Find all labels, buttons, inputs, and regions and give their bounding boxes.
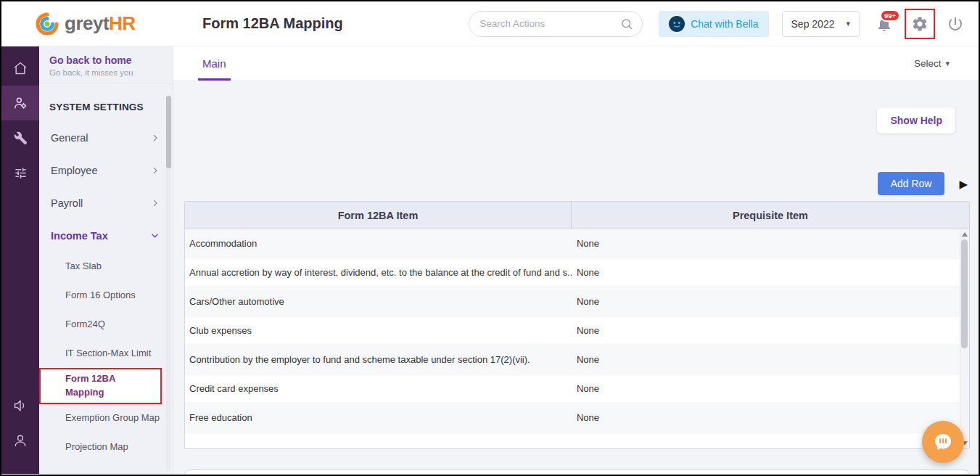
cell-prequisite-item: None [572, 345, 969, 374]
sidebar-item-label: Employee [51, 165, 97, 176]
add-row-button[interactable]: Add Row [878, 172, 945, 195]
search-input[interactable] [478, 17, 620, 30]
table-row[interactable]: Free educationNone [185, 403, 969, 432]
tab-bar: Main Select ▾ [173, 46, 979, 81]
settings-gear-button[interactable] [908, 12, 931, 36]
logout-power-button[interactable] [944, 12, 967, 36]
sidebar-subitem-it-section-max-limit[interactable]: IT Section-Max Limit [39, 339, 173, 368]
mapping-table: Form 12BA Item Prequisite Item Accommoda… [184, 201, 970, 449]
scroll-up-icon[interactable] [962, 232, 968, 237]
cell-form-12ba-item: Club expenses [185, 316, 572, 345]
cell-form-12ba-item: Annual accretion by way of interest, div… [185, 258, 572, 287]
gear-icon [911, 15, 928, 33]
table-row[interactable]: AccommodationNone [185, 229, 969, 258]
cell-prequisite-item: None [572, 258, 969, 287]
sidebar-submenu: Tax SlabForm 16 OptionsForm24QIT Section… [39, 252, 173, 462]
chevron-down-icon: ▾ [846, 19, 850, 28]
go-back-home-link[interactable]: Go back to home Go back, it misses you [39, 46, 173, 84]
cell-prequisite-item: None [572, 316, 969, 345]
power-icon [947, 15, 964, 33]
page-title: Form 12BA Mapping [202, 15, 343, 32]
brand-logo[interactable]: greytHR [1, 12, 173, 36]
sidebar-scrollbar-thumb[interactable] [166, 96, 171, 168]
cell-prequisite-item: None [572, 229, 969, 258]
chevron-right-icon [151, 166, 160, 175]
next-section-card [184, 469, 970, 474]
select-dropdown[interactable]: Select ▾ [914, 58, 950, 69]
table-row[interactable]: Club expensesNone [185, 316, 969, 345]
logo-text-hr: HR [109, 12, 136, 34]
sidebar-subitem-form-16-options[interactable]: Form 16 Options [39, 281, 173, 310]
rail-controls-button[interactable] [1, 155, 39, 190]
cell-form-12ba-item: Accommodation [185, 229, 572, 258]
table-body: AccommodationNoneAnnual accretion by way… [185, 229, 969, 448]
column-header-prequisite-item: Prequisite Item [572, 202, 969, 229]
logo-swirl-icon [35, 12, 59, 36]
sidebar-item-payroll[interactable]: Payroll [39, 186, 173, 219]
settings-sidebar: Go back to home Go back, it misses you S… [39, 46, 173, 474]
go-back-title: Go back to home [49, 54, 162, 66]
payroll-month-selector[interactable]: Sep 2022 ▾ [782, 11, 860, 37]
chevron-right-icon [151, 199, 160, 208]
sidebar-item-general[interactable]: General [39, 121, 173, 154]
sidebar-item-income-tax[interactable]: Income Tax [39, 219, 173, 252]
sidebar-subitem-form-12ba-mapping[interactable]: Form 12BA Mapping [39, 368, 162, 404]
body-row: Go back to home Go back, it misses you S… [1, 46, 979, 474]
nav-rail [1, 46, 39, 474]
sidebar-subitem-exemption-group-map[interactable]: Exemption Group Map [39, 404, 173, 433]
play-arrow-icon[interactable]: ▶ [959, 178, 968, 189]
rail-settings-button[interactable] [1, 120, 39, 155]
cell-form-12ba-item: Cars/Other automotive [185, 287, 572, 316]
sidebar-subitem-tax-slab[interactable]: Tax Slab [39, 252, 173, 281]
cell-prequisite-item: None [572, 287, 969, 316]
notification-badge: 99+ [880, 9, 900, 22]
top-bar: greytHR Form 12BA Mapping Chat with Bell… [1, 1, 979, 46]
sidebar-subitem-projection-map[interactable]: Projection Map [39, 433, 173, 462]
bella-avatar [669, 16, 685, 32]
notifications-button[interactable]: 99+ [876, 15, 893, 33]
search-icon [620, 17, 633, 30]
chat-label: Chat with Bella [691, 18, 758, 30]
sidebar-scrollbar[interactable] [166, 94, 171, 471]
sidebar-subitem-form24q[interactable]: Form24Q [39, 310, 173, 339]
table-row[interactable]: Contribution by the employer to fund and… [185, 345, 969, 374]
speaker-icon [13, 398, 28, 413]
chat-bubble-icon [933, 432, 953, 452]
table-scrollbar-thumb[interactable] [961, 239, 968, 348]
table-row[interactable]: Credit card expensesNone [185, 374, 969, 403]
rail-admin-button[interactable] [1, 86, 39, 120]
intercom-chat-button[interactable] [922, 421, 964, 463]
chat-with-bella-button[interactable]: Chat with Bella [659, 11, 768, 37]
sidebar-item-label: Income Tax [51, 230, 108, 242]
table-header-row: Form 12BA Item Prequisite Item [185, 202, 969, 229]
main-area: Main Select ▾ Show Help Add Row ▶ Form [173, 46, 979, 474]
show-help-button[interactable]: Show Help [877, 107, 955, 134]
cell-form-12ba-item: Free education [185, 403, 572, 432]
cell-form-12ba-item: Credit card expenses [185, 374, 572, 403]
settings-highlight-box [905, 9, 935, 39]
search-actions-box[interactable] [469, 11, 643, 37]
user-gear-icon [13, 96, 28, 110]
chevron-down-icon: ▾ [945, 59, 950, 68]
cell-prequisite-item: None [572, 374, 969, 403]
table-row[interactable]: Annual accretion by way of interest, div… [185, 258, 969, 287]
table-row-partial[interactable] [185, 432, 969, 448]
content-area: Show Help Add Row ▶ Form 12BA Item Prequ… [173, 81, 979, 474]
table-row[interactable]: Cars/Other automotiveNone [185, 287, 969, 316]
rail-home-button[interactable] [1, 51, 39, 86]
person-icon [13, 433, 28, 448]
cell-prequisite-item: None [572, 403, 969, 432]
tab-main[interactable]: Main [202, 46, 226, 81]
logo-text-greyt: greyt [65, 12, 109, 34]
sliders-icon [14, 166, 28, 180]
sidebar-item-employee[interactable]: Employee [39, 154, 173, 186]
cell-form-12ba-item: Contribution by the employer to fund and… [185, 345, 572, 374]
chevron-down-icon [150, 231, 160, 240]
rail-announcements-button[interactable] [1, 388, 39, 423]
sidebar-menu: GeneralEmployeePayrollIncome Tax [39, 121, 173, 252]
table-scrollbar[interactable] [960, 229, 969, 448]
sidebar-item-label: Payroll [51, 197, 83, 209]
period-value: Sep 2022 [791, 18, 835, 30]
go-back-subtitle: Go back, it misses you [49, 68, 162, 77]
rail-profile-button[interactable] [1, 423, 39, 458]
